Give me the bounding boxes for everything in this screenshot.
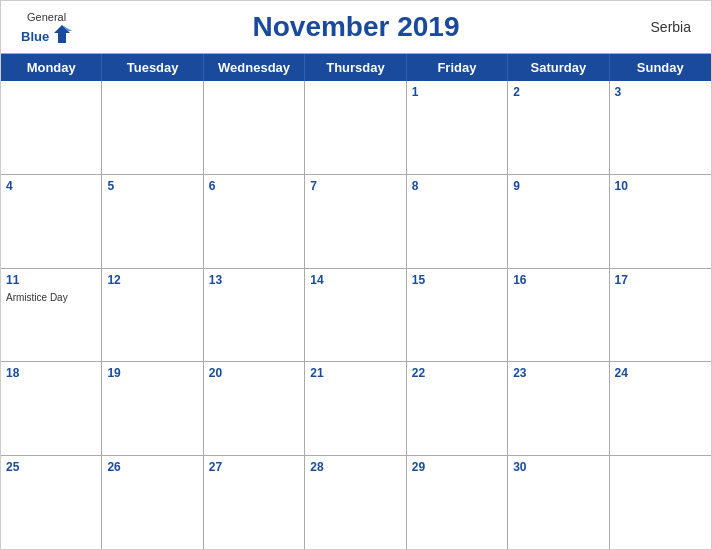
day-number: 26: [107, 460, 197, 474]
day-number: 24: [615, 366, 706, 380]
day-cell: 12: [102, 269, 203, 362]
day-cell: 6: [204, 175, 305, 268]
day-cell: [102, 81, 203, 174]
week-row-2: 11Armistice Day121314151617: [1, 269, 711, 363]
day-cell: 14: [305, 269, 406, 362]
day-number: 28: [310, 460, 400, 474]
day-number: 5: [107, 179, 197, 193]
day-cell: 25: [1, 456, 102, 549]
week-row-3: 18192021222324: [1, 362, 711, 456]
day-number: 14: [310, 273, 400, 287]
day-cell: 23: [508, 362, 609, 455]
day-cell: 5: [102, 175, 203, 268]
calendar: General Blue November 2019 Serbia Monday…: [0, 0, 712, 550]
day-cell: 29: [407, 456, 508, 549]
day-number: 16: [513, 273, 603, 287]
day-number: 22: [412, 366, 502, 380]
day-number: 10: [615, 179, 706, 193]
day-cell: 15: [407, 269, 508, 362]
day-cell: 28: [305, 456, 406, 549]
day-event: Armistice Day: [6, 292, 68, 303]
day-number: 13: [209, 273, 299, 287]
day-cell: 9: [508, 175, 609, 268]
day-cell: [204, 81, 305, 174]
logo-general: General: [27, 11, 66, 23]
day-cell: 22: [407, 362, 508, 455]
day-cell: 3: [610, 81, 711, 174]
day-header-monday: Monday: [1, 54, 102, 81]
day-number: 12: [107, 273, 197, 287]
day-cell: [1, 81, 102, 174]
day-number: 18: [6, 366, 96, 380]
day-cell: [610, 456, 711, 549]
day-cell: 16: [508, 269, 609, 362]
calendar-grid: MondayTuesdayWednesdayThursdayFridaySatu…: [1, 53, 711, 549]
day-cell: 19: [102, 362, 203, 455]
day-number: 8: [412, 179, 502, 193]
day-number: 1: [412, 85, 502, 99]
weeks-container: 1234567891011Armistice Day12131415161718…: [1, 81, 711, 549]
day-cell: 4: [1, 175, 102, 268]
day-number: 4: [6, 179, 96, 193]
day-number: 21: [310, 366, 400, 380]
calendar-header: General Blue November 2019 Serbia: [1, 1, 711, 53]
day-cell: 2: [508, 81, 609, 174]
day-header-friday: Friday: [407, 54, 508, 81]
day-number: 15: [412, 273, 502, 287]
day-cell: 1: [407, 81, 508, 174]
day-cell: 8: [407, 175, 508, 268]
day-cell: 11Armistice Day: [1, 269, 102, 362]
day-number: 2: [513, 85, 603, 99]
day-number: 19: [107, 366, 197, 380]
day-cell: 17: [610, 269, 711, 362]
calendar-title: November 2019: [252, 11, 459, 43]
day-header-wednesday: Wednesday: [204, 54, 305, 81]
day-cell: 7: [305, 175, 406, 268]
day-number: 11: [6, 273, 96, 287]
day-number: 6: [209, 179, 299, 193]
week-row-1: 45678910: [1, 175, 711, 269]
day-number: 27: [209, 460, 299, 474]
day-header-thursday: Thursday: [305, 54, 406, 81]
week-row-0: 123: [1, 81, 711, 175]
day-number: 25: [6, 460, 96, 474]
day-header-sunday: Sunday: [610, 54, 711, 81]
svg-marker-0: [54, 25, 70, 43]
day-cell: 21: [305, 362, 406, 455]
day-cell: 27: [204, 456, 305, 549]
day-cell: 13: [204, 269, 305, 362]
country-label: Serbia: [651, 19, 691, 35]
day-header-saturday: Saturday: [508, 54, 609, 81]
day-number: 20: [209, 366, 299, 380]
day-cell: 20: [204, 362, 305, 455]
day-number: 30: [513, 460, 603, 474]
day-number: 29: [412, 460, 502, 474]
logo-bird-icon: [52, 23, 72, 49]
day-number: 3: [615, 85, 706, 99]
day-cell: 10: [610, 175, 711, 268]
day-number: 7: [310, 179, 400, 193]
week-row-4: 252627282930: [1, 456, 711, 549]
day-headers-row: MondayTuesdayWednesdayThursdayFridaySatu…: [1, 54, 711, 81]
day-cell: 24: [610, 362, 711, 455]
day-cell: 26: [102, 456, 203, 549]
day-number: 17: [615, 273, 706, 287]
day-number: 9: [513, 179, 603, 193]
logo: General Blue: [21, 11, 72, 49]
day-cell: 18: [1, 362, 102, 455]
day-cell: 30: [508, 456, 609, 549]
day-number: 23: [513, 366, 603, 380]
day-cell: [305, 81, 406, 174]
logo-blue: Blue: [21, 29, 49, 44]
day-header-tuesday: Tuesday: [102, 54, 203, 81]
